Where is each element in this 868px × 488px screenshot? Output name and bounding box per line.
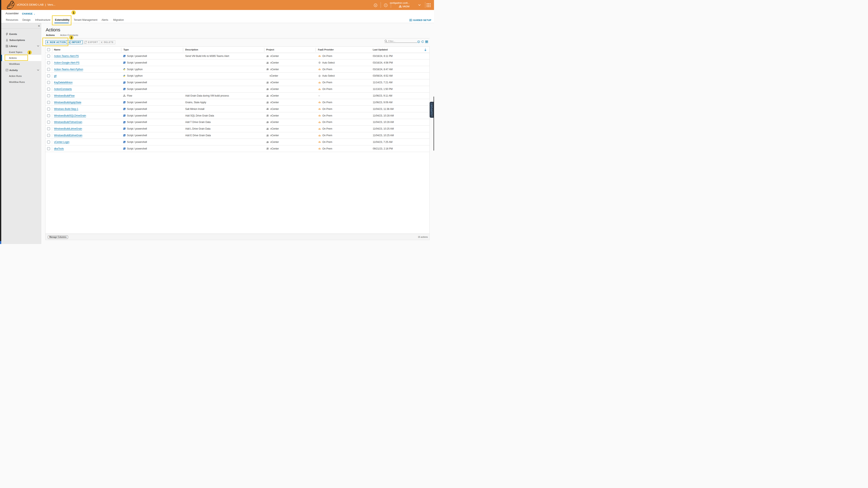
- svg-text:?: ?: [385, 4, 386, 6]
